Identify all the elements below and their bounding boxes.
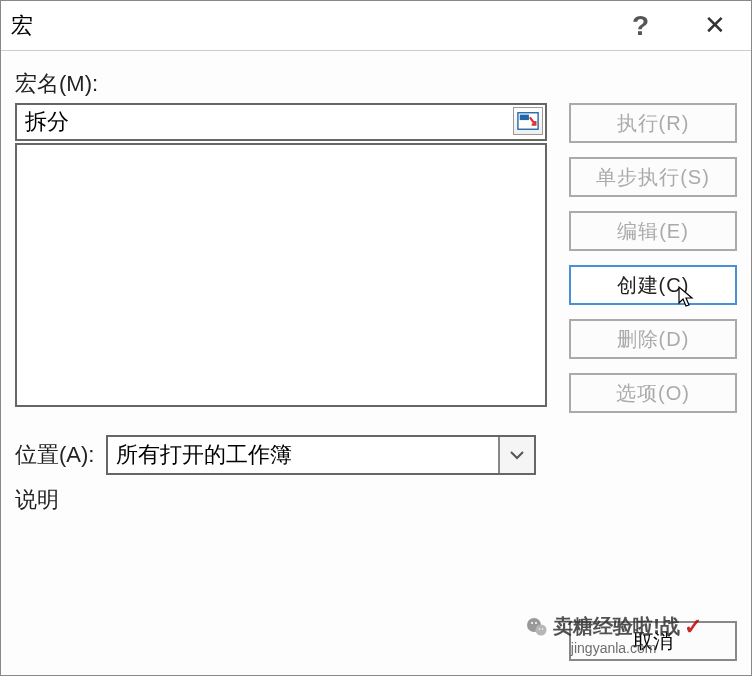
location-row: 位置(A): 所有打开的工作簿 [15,435,547,475]
svg-rect-1 [520,115,529,121]
dialog-title: 宏 [11,11,622,41]
help-button[interactable]: ? [622,10,659,42]
options-button: 选项(O) [569,373,737,413]
description-label: 说明 [15,485,547,515]
dialog-footer: 取消 [1,611,751,675]
location-select[interactable]: 所有打开的工作簿 [106,435,536,475]
step-into-button: 单步执行(S) [569,157,737,197]
main-row: 位置(A): 所有打开的工作簿 说明 执行(R) 单步执行(S) 编辑( [15,103,737,515]
dialog-content: 宏名(M): [1,51,751,611]
macro-dialog: 宏 ? ✕ 宏名(M): [0,0,752,676]
right-column: 执行(R) 单步执行(S) 编辑(E) 创建(C) 删除(D) 选项(O) [569,103,737,515]
create-button[interactable]: 创建(C) [569,265,737,305]
run-button: 执行(R) [569,103,737,143]
close-button[interactable]: ✕ [689,10,741,41]
macro-name-input-wrap [15,103,547,141]
titlebar-controls: ? ✕ [622,10,741,42]
collapse-dialog-icon[interactable] [513,107,543,135]
cancel-button[interactable]: 取消 [569,621,737,661]
macro-name-input[interactable] [15,103,547,141]
create-button-label: 创建(C) [617,272,690,299]
macro-name-label: 宏名(M): [15,69,737,99]
chevron-down-icon [498,437,534,473]
edit-button: 编辑(E) [569,211,737,251]
titlebar: 宏 ? ✕ [1,1,751,51]
macro-list[interactable] [15,143,547,407]
delete-button: 删除(D) [569,319,737,359]
location-label: 位置(A): [15,440,94,470]
left-column: 位置(A): 所有打开的工作簿 说明 [15,103,547,515]
location-select-value: 所有打开的工作簿 [108,440,498,470]
